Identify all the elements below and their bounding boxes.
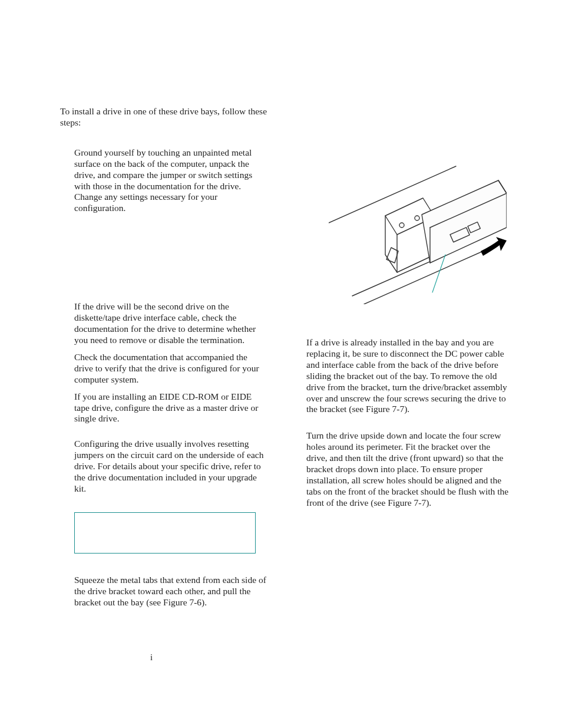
step-2c-text: If you are installing an EIDE CD-ROM or …	[74, 391, 267, 425]
document-page: To install a drive in one of these drive…	[0, 0, 562, 728]
note-box	[74, 512, 256, 554]
page-marker: i	[150, 653, 153, 663]
drive-bracket-illustration-icon	[329, 151, 507, 304]
svg-point-4	[415, 216, 419, 220]
step-1-text: Ground yourself by touching an unpainted…	[74, 147, 267, 214]
turn-text: Turn the drive upside down and locate th…	[306, 430, 511, 508]
intro-text: To install a drive in one of these drive…	[60, 106, 267, 129]
drive-bracket-removal-illustration	[329, 151, 507, 304]
step-2b-text: Check the documentation that accompanied…	[74, 352, 267, 386]
step-2a-text: If the drive will be the second drive on…	[74, 301, 267, 346]
svg-point-3	[399, 223, 404, 228]
right-column: If a drive is already installed in the b…	[306, 337, 511, 509]
step-2-block: If the drive will be the second drive on…	[74, 301, 267, 424]
configuring-text: Configuring the drive usually involves r…	[74, 439, 267, 495]
squeeze-text: Squeeze the metal tabs that extend from …	[74, 575, 267, 608]
note-text: If a drive is already installed in the b…	[306, 337, 511, 415]
step-1-block: Ground yourself by touching an unpainted…	[74, 147, 267, 214]
left-column: To install a drive in one of these drive…	[60, 106, 267, 608]
